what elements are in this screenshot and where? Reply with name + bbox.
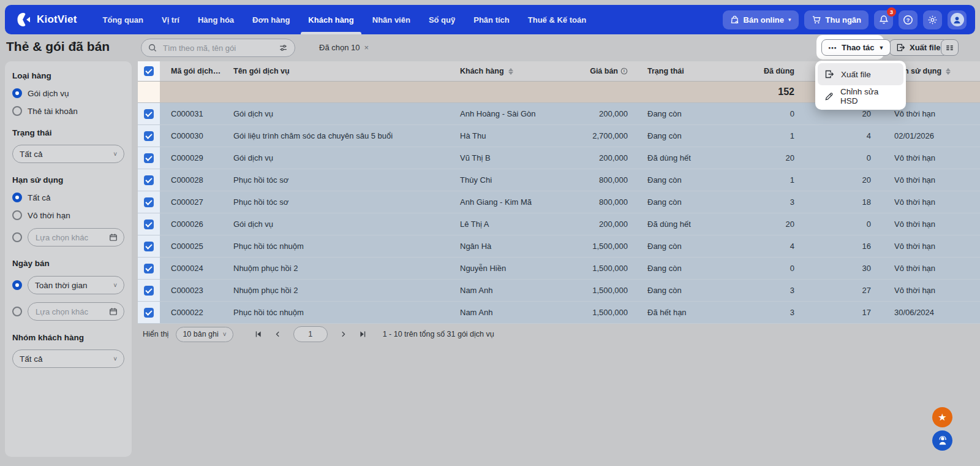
cell-expiry: Vô thời hạn: [873, 175, 980, 185]
columns-icon: [945, 44, 954, 52]
menu-item-chinh-sua-hsd[interactable]: Chỉnh sửa HSD: [818, 85, 903, 107]
search-icon: [148, 44, 157, 52]
next-page-button[interactable]: [340, 330, 347, 338]
chevron-down-icon: ˅: [223, 331, 227, 338]
row-checkbox[interactable]: [138, 191, 160, 213]
checkbox-checked-icon: [144, 264, 154, 273]
radio-goi-dich-vu[interactable]: Gói dịch vụ: [12, 88, 124, 98]
row-checkbox[interactable]: [138, 280, 160, 301]
account-button[interactable]: [948, 10, 967, 29]
nav-item-khach-hang[interactable]: Khách hàng: [308, 5, 353, 34]
clear-selection-icon[interactable]: ×: [364, 43, 369, 52]
radio-hsd-vo-thoi-han[interactable]: Vô thời hạn: [12, 210, 124, 220]
cell-remaining: 30: [797, 264, 873, 273]
cell-used: 0: [729, 264, 797, 273]
col-header-code[interactable]: Mã gói dịch vụ: [160, 67, 224, 75]
nav-item-phan-tich[interactable]: Phân tích: [473, 5, 510, 34]
help-button[interactable]: ?: [899, 10, 918, 29]
summary-used-total: 152: [729, 86, 797, 97]
ban-online-button[interactable]: Bán online ▾: [723, 10, 799, 29]
shop-bag-icon: [730, 15, 739, 25]
table-row[interactable]: C000026 Gói dịch vụ Lê Thị A 200,000 Đã …: [138, 213, 980, 235]
nav-item-don-hang[interactable]: Đơn hàng: [252, 5, 290, 34]
trang-thai-select[interactable]: Tất cả ˅: [12, 145, 124, 163]
row-checkbox[interactable]: [138, 103, 160, 124]
menu-item-xuat-file[interactable]: Xuất file: [818, 63, 903, 85]
row-checkbox[interactable]: [138, 169, 160, 191]
cell-code: C000024: [160, 264, 224, 273]
cell-name: Phục hồi tóc nhuộm: [224, 242, 450, 251]
nav-item-thue-ke-toan[interactable]: Thuế & Kế toán: [528, 5, 586, 34]
row-checkbox[interactable]: [138, 302, 160, 323]
notifications-button[interactable]: 3: [874, 10, 893, 29]
nhom-khach-hang-select[interactable]: Tất cả ˅: [12, 350, 124, 368]
cell-remaining: 16: [797, 242, 873, 251]
ngay-ban-date-input[interactable]: [34, 307, 109, 317]
table-row[interactable]: C000023 Nhuộm phục hồi 2 Nam Anh 1,500,0…: [138, 280, 980, 302]
column-settings-button[interactable]: [941, 39, 959, 56]
calendar-icon[interactable]: [109, 233, 118, 242]
cell-status: Đang còn: [630, 175, 729, 185]
search-input[interactable]: [162, 43, 274, 53]
row-checkbox[interactable]: [138, 235, 160, 257]
kiotviet-logo[interactable]: KiotViet: [16, 12, 77, 28]
current-page-input[interactable]: 1: [293, 326, 328, 342]
search-box: [141, 39, 295, 57]
gear-icon: [927, 15, 938, 25]
export-file-button[interactable]: Xuất file: [889, 39, 948, 56]
cell-expiry: Vô thời hạn: [873, 153, 980, 162]
thao-tac-button[interactable]: ⋯ Thao tác ▼: [821, 39, 891, 56]
col-header-used[interactable]: Đã dùng: [729, 67, 797, 75]
row-checkbox[interactable]: [138, 258, 160, 279]
cell-price: 800,000: [565, 175, 630, 185]
last-page-button[interactable]: [359, 330, 367, 338]
row-checkbox[interactable]: [138, 213, 160, 235]
table-row[interactable]: C000027 Phục hồi tóc sơ Anh Giang - Kim …: [138, 191, 980, 213]
settings-button[interactable]: [923, 10, 942, 29]
table-row[interactable]: C000030 Gói liệu trình chăm sóc da chuyê…: [138, 125, 980, 147]
col-header-status[interactable]: Trạng thái: [630, 67, 729, 75]
thu-ngan-button[interactable]: Thu ngân: [804, 10, 869, 29]
row-checkbox[interactable]: [138, 147, 160, 169]
cell-name: Gói dịch vụ: [224, 220, 450, 229]
ban-online-label: Bán online: [744, 15, 784, 25]
radio-hsd-tat-ca[interactable]: Tất cả: [12, 193, 124, 202]
radio-ngay-ban-khac[interactable]: [12, 302, 124, 321]
calendar-icon[interactable]: [109, 307, 118, 316]
filter-sliders-icon[interactable]: [279, 44, 288, 52]
promotions-fab[interactable]: ★: [932, 407, 952, 427]
col-header-name[interactable]: Tên gói dịch vụ: [224, 67, 450, 75]
row-checkbox[interactable]: [138, 125, 160, 147]
cell-status: Đang còn: [630, 264, 729, 273]
nav-item-nhan-vien[interactable]: Nhân viên: [372, 5, 410, 34]
select-value: Tất cả: [20, 150, 113, 159]
navbar-actions: Bán online ▾ Thu ngân 3 ?: [723, 10, 967, 29]
radio-the-tai-khoan[interactable]: Thẻ tài khoản: [12, 106, 124, 116]
first-page-button[interactable]: [254, 330, 262, 338]
nav-item-hang-hoa[interactable]: Hàng hóa: [198, 5, 234, 34]
hsd-date-input[interactable]: [34, 232, 109, 243]
nav-item-vi-tri[interactable]: Vị trí: [162, 5, 179, 34]
radio-hsd-khac[interactable]: [12, 228, 124, 246]
table-row[interactable]: C000028 Phục hồi tóc sơ Thùy Chi 800,000…: [138, 169, 980, 191]
cell-code: C000022: [160, 308, 224, 317]
cell-status: Đã dùng hết: [630, 220, 729, 229]
cell-status: Đang còn: [630, 197, 729, 207]
prev-page-button[interactable]: [274, 330, 281, 338]
select-all-checkbox[interactable]: [138, 61, 160, 81]
support-fab[interactable]: [932, 430, 952, 451]
table-row[interactable]: C000025 Phục hồi tóc nhuộm Ngân Hà 1,500…: [138, 235, 980, 258]
table-row[interactable]: C000029 Gói dịch vụ Vũ Thị B 200,000 Đã …: [138, 147, 980, 169]
page-size-select[interactable]: 10 bản ghi ˅: [176, 327, 233, 342]
col-header-price[interactable]: Giá báni: [565, 67, 630, 75]
cell-code: C000026: [160, 220, 224, 229]
table-row[interactable]: C000024 Nhuộm phục hồi 2 Nguyễn Hiền 1,5…: [138, 258, 980, 280]
cell-customer: Thùy Chi: [450, 175, 565, 185]
nav-item-tong-quan[interactable]: Tổng quan: [103, 5, 143, 34]
table-row[interactable]: C000022 Phục hồi tóc nhuộm Nam Anh 1,500…: [138, 302, 980, 324]
ngay-ban-select[interactable]: Toàn thời gian ˅: [28, 276, 124, 294]
col-header-customer[interactable]: Khách hàng: [450, 67, 565, 75]
radio-ngay-ban-toan-thoi-gian[interactable]: Toàn thời gian ˅: [12, 276, 124, 294]
nav-item-so-quy[interactable]: Sổ quỹ: [429, 5, 455, 34]
cell-remaining: 0: [797, 220, 873, 229]
